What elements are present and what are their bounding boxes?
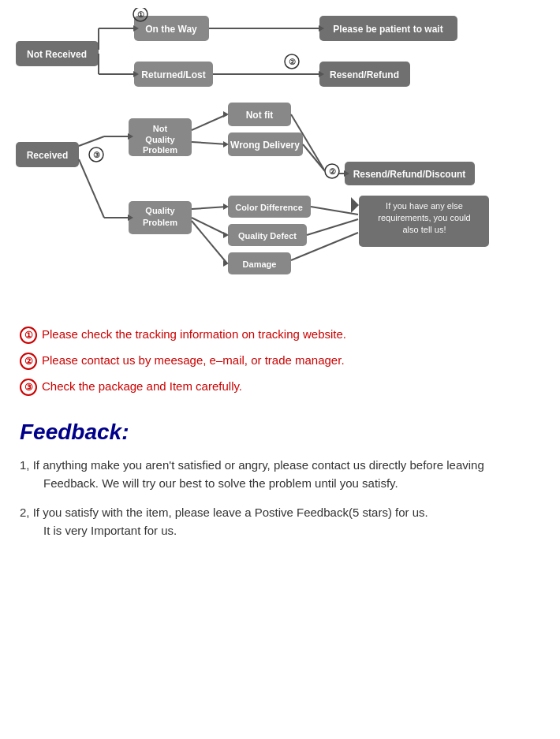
svg-line-68: [192, 207, 227, 209]
svg-text:②: ②: [289, 58, 296, 66]
svg-text:Resend/Refund/Discount: Resend/Refund/Discount: [353, 169, 466, 180]
svg-marker-71: [223, 232, 229, 238]
svg-text:requirements, you could: requirements, you could: [378, 213, 470, 222]
svg-text:Received: Received: [27, 150, 69, 161]
svg-text:Quality: Quality: [145, 135, 175, 144]
svg-text:①: ①: [137, 10, 144, 19]
svg-text:Problem: Problem: [143, 145, 177, 155]
instruction-1: ① Please check the tracking information …: [20, 326, 540, 344]
svg-text:Resend/Refund: Resend/Refund: [330, 69, 399, 80]
instruction-num-1: ①: [20, 327, 37, 344]
svg-text:Damage: Damage: [243, 259, 277, 269]
feedback-item-2-main: 2, If you satisfy with the item, please …: [20, 506, 428, 519]
svg-text:Returned/Lost: Returned/Lost: [141, 69, 205, 80]
svg-text:Not: Not: [153, 124, 168, 133]
svg-marker-61: [223, 111, 229, 118]
svg-marker-69: [223, 203, 229, 210]
svg-line-62: [192, 142, 227, 144]
feedback-item-1-indent: Feedback. We will try our best to solve …: [20, 475, 540, 493]
instructions-section: ① Please check the tracking information …: [12, 326, 548, 396]
svg-text:On the Way: On the Way: [145, 24, 197, 35]
feedback-section: Feedback: 1, If anything make you aren't…: [12, 420, 548, 539]
instruction-2: ② Please contact us by meesage, e–mail, …: [20, 352, 540, 370]
instruction-text-3: Check the package and Item carefully.: [42, 378, 242, 394]
svg-text:Problem: Problem: [143, 218, 177, 227]
svg-line-54: [79, 136, 104, 146]
instruction-text-2: Please contact us by meesage, e–mail, or…: [42, 352, 345, 368]
feedback-item-2: 2, If you satisfy with the item, please …: [20, 504, 540, 539]
svg-text:Please be patient to wait: Please be patient to wait: [333, 24, 442, 35]
feedback-item-1-main: 1, If anything make you aren't satisfied…: [20, 458, 484, 472]
svg-text:Not Received: Not Received: [27, 49, 87, 60]
svg-text:Quality Defect: Quality Defect: [238, 231, 297, 241]
svg-marker-39: [351, 197, 359, 213]
flowchart-svg: Not Received On the Way Returned/Lost Pl…: [12, 8, 556, 312]
svg-text:Quality: Quality: [145, 206, 175, 215]
instruction-text-1: Please check the tracking information on…: [42, 326, 346, 342]
svg-text:If you have any else: If you have any else: [386, 201, 463, 211]
feedback-title: Feedback:: [20, 420, 540, 445]
svg-text:Wrong Delivery: Wrong Delivery: [230, 140, 300, 151]
svg-text:Color Difference: Color Difference: [235, 203, 303, 212]
instruction-num-2: ②: [20, 353, 37, 370]
svg-line-75: [307, 219, 358, 235]
flowchart-section: Not Received On the Way Returned/Lost Pl…: [12, 8, 548, 312]
svg-line-65: [303, 144, 325, 171]
svg-text:②: ②: [329, 167, 336, 176]
svg-marker-63: [223, 141, 229, 147]
svg-text:Not fit: Not fit: [246, 110, 274, 121]
svg-text:also tell us!: also tell us!: [402, 225, 446, 234]
svg-line-57: [79, 159, 104, 218]
instruction-3: ③ Check the package and Item carefully.: [20, 378, 540, 396]
feedback-item-1: 1, If anything make you aren't satisfied…: [20, 457, 540, 492]
svg-text:③: ③: [93, 151, 100, 159]
svg-line-60: [192, 114, 227, 130]
instruction-num-3: ③: [20, 379, 37, 396]
feedback-item-2-indent: It is very Important for us.: [20, 522, 540, 540]
